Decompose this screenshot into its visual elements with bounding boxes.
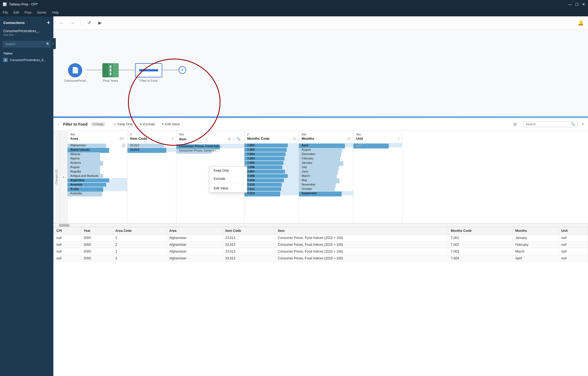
expand-button[interactable]: › [60, 131, 68, 223]
list-item[interactable]: 7,006 [244, 165, 299, 169]
col-profile-months: Abc Months 12 April [299, 131, 353, 223]
list-item[interactable]: September [299, 191, 353, 195]
changes-panel[interactable]: Changes (0) [53, 131, 60, 223]
flow-node-filter[interactable]: Filter to Food [135, 63, 162, 82]
sidebar-table-item[interactable]: ⊞ ConsumerPriceIndices_E... [0, 56, 53, 64]
col-profile-unit: Abc Unit 1 null [353, 131, 402, 223]
refresh-button[interactable]: ↺ [85, 19, 93, 27]
sort-icon[interactable]: ↕ [232, 137, 235, 141]
item-search-icon[interactable]: 🔍 [236, 137, 241, 141]
panel-search-box[interactable]: 🔍 [523, 121, 578, 127]
menu-server[interactable]: Server [37, 11, 46, 14]
list-item[interactable]: 7,004 [244, 156, 299, 160]
filter-icon[interactable]: ⊟ [227, 137, 231, 141]
search-dropdown-button[interactable]: ▾ [582, 122, 584, 126]
panel-search-input[interactable] [526, 122, 569, 126]
list-item[interactable]: 7,001 [244, 143, 299, 147]
close-button[interactable]: ✕ [582, 2, 585, 7]
list-item[interactable]: Aruba [68, 187, 127, 191]
menu-file[interactable]: File [3, 11, 8, 14]
panel-expand-icon[interactable]: › [58, 122, 59, 126]
app-title: Tableau Prep - CPI* [9, 2, 38, 6]
forward-button[interactable]: → [69, 19, 76, 27]
list-item[interactable]: 7,009 [244, 178, 299, 182]
list-item[interactable]: Antigua and Barbuda [68, 174, 127, 178]
sidebar-collapse-button[interactable]: ‹ [50, 38, 56, 49]
list-item[interactable]: July [299, 165, 353, 169]
edit-value-button[interactable]: ✎ Edit Value [159, 121, 183, 127]
col-header-area: Area [166, 227, 222, 235]
list-item[interactable]: 7,008 [244, 174, 299, 178]
back-button[interactable]: ← [58, 19, 65, 27]
run-button[interactable]: ▶ [96, 19, 104, 27]
list-item[interactable]: Armenia [68, 182, 127, 187]
list-item[interactable]: 7,005 [244, 160, 299, 165]
list-item[interactable]: Australia [68, 191, 127, 195]
list-item[interactable]: Andorra [68, 160, 127, 165]
run-icon: ▶ [98, 20, 102, 25]
list-item[interactable]: 7,012 [244, 191, 299, 195]
minimize-button[interactable]: — [568, 2, 572, 7]
add-connection-button[interactable]: + [47, 20, 50, 26]
list-item[interactable]: Algeria [68, 156, 127, 160]
list-item[interactable]: January [299, 160, 353, 165]
months-code-type-badge: # [247, 133, 296, 136]
list-item[interactable]: October [299, 187, 353, 191]
flow-node-source[interactable]: 📄 ConsumerPricel... [64, 63, 86, 82]
view-toggle-button[interactable]: ⊞ [513, 122, 517, 127]
list-item[interactable]: Åland Islands [68, 147, 127, 152]
sidebar-search-input[interactable] [5, 42, 46, 46]
menu-flow[interactable]: Flow [24, 11, 31, 14]
bottom-panel: › Filter to Food 9 Fields ✓ Keep Only ✕ … [53, 117, 588, 376]
item-code-col-values: 23,012 23,013 [127, 142, 176, 223]
sidebar: Connections + ConsumerPriceIndices_... T… [0, 16, 53, 376]
list-item[interactable]: Argentina [68, 178, 127, 182]
notification-icon[interactable]: 🔔 [578, 20, 584, 26]
menu-help[interactable]: Help [52, 11, 59, 14]
context-edit-value[interactable]: Edit Value [209, 184, 247, 192]
list-item[interactable]: 7,007 [244, 169, 299, 174]
unit-type-badge: Abc [356, 133, 399, 136]
menu-edit[interactable]: Edit [13, 11, 19, 14]
source-node-label: ConsumerPricel... [64, 79, 86, 82]
list-item[interactable]: 23,013 [127, 147, 176, 152]
list-item[interactable]: 23,012 [127, 143, 176, 147]
list-item[interactable]: Afghanistan [68, 143, 127, 147]
horizontal-scrollbar[interactable] [53, 223, 588, 227]
add-step-button[interactable]: + [179, 66, 186, 74]
sidebar-search-box[interactable]: 🔍 [3, 41, 51, 47]
list-item[interactable]: 7,011 [244, 187, 299, 191]
list-item[interactable]: May [299, 178, 353, 182]
list-item[interactable]: April [299, 143, 353, 147]
context-exclude[interactable]: Exclude [209, 175, 247, 183]
item-code-col-count: 2 [172, 137, 173, 140]
filter-node-label: Filter to Food [140, 79, 158, 82]
list-item[interactable]: Consumer Prices, Food Indi... [176, 144, 244, 148]
list-item[interactable]: November [299, 182, 353, 187]
table-row: null20002Afghanistan23,013Consumer Price… [54, 255, 588, 262]
maximize-button[interactable]: ☐ [575, 2, 579, 7]
keep-only-button[interactable]: ✓ Keep Only [111, 121, 136, 127]
connection-name[interactable]: ConsumerPriceIndices_... [3, 29, 50, 33]
list-item[interactable]: August [299, 147, 353, 152]
table-row: null20002Afghanistan23,013Consumer Price… [54, 241, 588, 248]
list-item[interactable]: Angola [68, 165, 127, 169]
list-item[interactable]: Anguilla [68, 169, 127, 174]
list-item[interactable]: Consumer Prices, General I... [176, 148, 244, 153]
list-item[interactable]: null [353, 143, 402, 147]
app-logo: 📊 [3, 2, 7, 6]
context-keep-only[interactable]: Keep Only [209, 166, 247, 175]
list-item[interactable]: December [299, 152, 353, 156]
list-item[interactable]: 7,003 [244, 152, 299, 156]
list-item[interactable]: June [299, 169, 353, 174]
list-item[interactable]: March [299, 174, 353, 178]
list-item[interactable]: 7,010 [244, 182, 299, 187]
title-bar: 📊 Tableau Prep - CPI* — ☐ ✕ [0, 0, 588, 9]
list-item[interactable]: 7,002 [244, 147, 299, 152]
exclude-button[interactable]: ✕ Exclude [137, 121, 158, 127]
flow-node-pivot[interactable]: Pivot Years [102, 63, 119, 82]
list-item[interactable]: February [299, 156, 353, 160]
data-table-container[interactable]: CPI Year Area Code Area Item Code Item M… [53, 227, 588, 376]
fields-count-badge: 9 Fields [91, 122, 106, 126]
list-item[interactable]: Albania [68, 152, 127, 156]
